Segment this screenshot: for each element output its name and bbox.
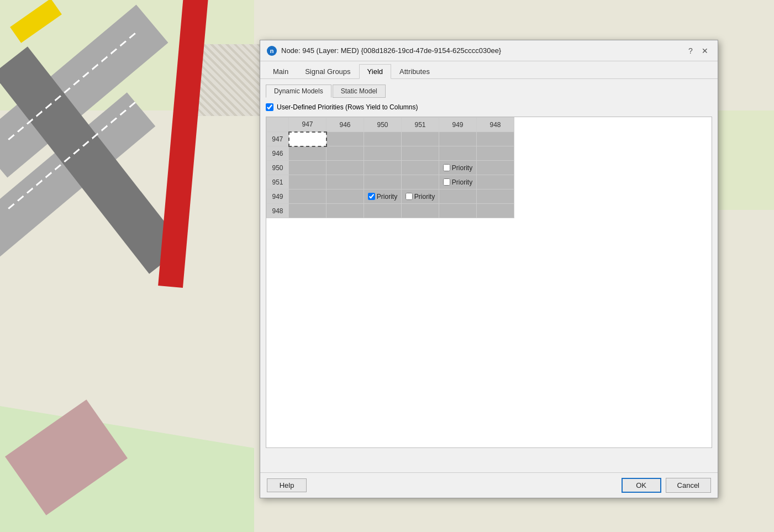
help-button[interactable]: Help <box>267 478 307 492</box>
tab-yield[interactable]: Yield <box>359 64 391 79</box>
cell-948-949 <box>439 204 477 218</box>
cell-949-949 <box>439 189 477 204</box>
cell-946-950 <box>364 146 402 161</box>
tab-dynamic-models[interactable]: Dynamic Models <box>266 85 331 98</box>
footer-right-buttons: OK Cancel <box>622 478 711 493</box>
tab-attributes[interactable]: Attributes <box>391 64 438 79</box>
tab-static-model[interactable]: Static Model <box>333 85 386 98</box>
table-row: 947 <box>267 132 514 146</box>
col-header-947: 947 <box>289 118 327 132</box>
dialog-titlebar: n Node: 945 (Layer: MED) {008d1826-19cd-… <box>260 40 718 61</box>
row-header-949: 949 <box>267 189 289 204</box>
col-header-950: 950 <box>364 118 402 132</box>
row-header-951: 951 <box>267 175 289 189</box>
green-area-top <box>0 0 254 110</box>
dialog-content: Dynamic Models Static Model User-Defined… <box>260 79 718 472</box>
cell-951-949[interactable]: Priority <box>439 175 477 189</box>
table-row: 949 Priority <box>267 189 514 204</box>
priority-check-949-950[interactable] <box>368 193 375 200</box>
cell-948-948 <box>477 204 514 218</box>
node-dialog: n Node: 945 (Layer: MED) {008d1826-19cd-… <box>260 40 718 498</box>
cell-949-947 <box>289 189 327 204</box>
cell-950-951 <box>402 161 439 175</box>
cell-951-946 <box>327 175 364 189</box>
col-header-946: 946 <box>327 118 364 132</box>
close-button[interactable]: ✕ <box>699 45 711 57</box>
cell-950-947 <box>289 161 327 175</box>
cell-950-949[interactable]: Priority <box>439 161 477 175</box>
cell-951-948 <box>477 175 514 189</box>
dialog-title: Node: 945 (Layer: MED) {008d1826-19cd-47… <box>281 46 501 55</box>
road-horizontal <box>0 4 168 177</box>
user-defined-priorities-checkbox[interactable] <box>266 103 273 111</box>
priority-checkbox-951-949: Priority <box>443 178 472 186</box>
cell-948-947 <box>289 204 327 218</box>
inner-tab-bar: Dynamic Models Static Model <box>266 85 712 98</box>
row-header-950: 950 <box>267 161 289 175</box>
road-centerline-1 <box>8 33 136 140</box>
cell-950-950 <box>364 161 402 175</box>
ok-button[interactable]: OK <box>622 478 661 493</box>
table-row: 950 Priority <box>267 161 514 175</box>
cell-949-950[interactable]: Priority <box>364 189 402 204</box>
title-left: n Node: 945 (Layer: MED) {008d1826-19cd-… <box>267 46 501 56</box>
road-dark-strip <box>0 46 184 274</box>
row-header-947: 947 <box>267 132 289 146</box>
tab-signal-groups[interactable]: Signal Groups <box>297 64 359 79</box>
table-row: 951 Priority <box>267 175 514 189</box>
cell-947-950 <box>364 132 402 146</box>
priority-checkbox-949-951: Priority <box>406 193 435 201</box>
cell-949-948 <box>477 189 514 204</box>
row-header-948: 948 <box>267 204 289 218</box>
user-defined-priorities-row: User-Defined Priorities (Rows Yield to C… <box>266 103 712 111</box>
cell-946-949 <box>439 146 477 161</box>
yield-table-container: 947 946 950 951 949 948 947 <box>266 117 712 448</box>
road-centerline-2 <box>8 102 136 209</box>
cell-951-950 <box>364 175 402 189</box>
cell-946-948 <box>477 146 514 161</box>
road-horizontal-2 <box>0 92 155 261</box>
cell-948-946 <box>327 204 364 218</box>
priority-checkbox-950-949: Priority <box>443 164 472 172</box>
table-row: 946 <box>267 146 514 161</box>
priority-check-951-949[interactable] <box>443 178 450 186</box>
cell-947-948 <box>477 132 514 146</box>
cell-951-951 <box>402 175 439 189</box>
priority-check-949-951[interactable] <box>406 193 413 200</box>
title-buttons: ? ✕ <box>685 45 711 57</box>
cell-947-947[interactable] <box>289 132 327 146</box>
user-defined-priorities-label: User-Defined Priorities (Rows Yield to C… <box>277 103 418 111</box>
table-row: 948 <box>267 204 514 218</box>
cell-948-950 <box>364 204 402 218</box>
row-header-946: 946 <box>267 146 289 161</box>
red-road <box>158 0 209 288</box>
cell-951-947 <box>289 175 327 189</box>
cell-950-946 <box>327 161 364 175</box>
col-header-951: 951 <box>402 118 439 132</box>
yield-table: 947 946 950 951 949 948 947 <box>266 117 514 218</box>
cell-947-946 <box>327 132 364 146</box>
cell-946-951 <box>402 146 439 161</box>
green-area-bottom <box>0 322 254 532</box>
col-header-949: 949 <box>439 118 477 132</box>
yellow-building <box>10 0 62 43</box>
help-title-button[interactable]: ? <box>685 45 697 57</box>
main-tab-bar: Main Signal Groups Yield Attributes <box>260 61 718 79</box>
priority-checkbox-949-950: Priority <box>368 193 397 201</box>
priority-check-950-949[interactable] <box>443 164 450 171</box>
cell-950-948 <box>477 161 514 175</box>
cell-946-946 <box>327 146 364 161</box>
cancel-button[interactable]: Cancel <box>666 478 711 493</box>
cell-949-951[interactable]: Priority <box>402 189 439 204</box>
cell-949-946 <box>327 189 364 204</box>
cell-947-951 <box>402 132 439 146</box>
corner-header <box>267 118 289 132</box>
pink-building <box>5 399 128 515</box>
cell-948-951 <box>402 204 439 218</box>
cell-947-949 <box>439 132 477 146</box>
hatch-area <box>188 44 260 116</box>
col-header-948: 948 <box>477 118 514 132</box>
cell-946-947 <box>289 146 327 161</box>
tab-main[interactable]: Main <box>265 64 297 79</box>
dialog-footer: Help OK Cancel <box>260 472 718 498</box>
